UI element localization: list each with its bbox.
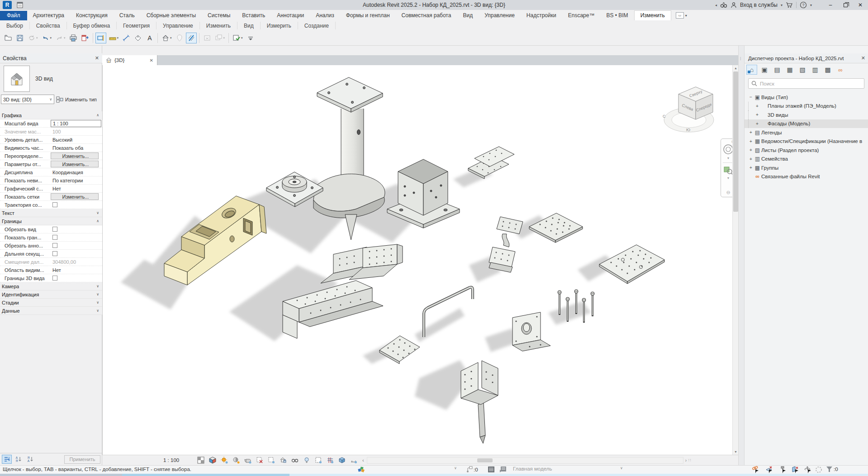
property-value[interactable]: Показать оба xyxy=(51,145,102,151)
sign-in-button[interactable]: Вход в службы xyxy=(740,2,778,8)
property-value[interactable]: Нет xyxy=(51,186,102,191)
selection-filter-icon[interactable]: :0 xyxy=(826,466,838,472)
tree-expander[interactable]: + xyxy=(754,112,760,117)
collapse-arrow-icon[interactable]: ◂ xyxy=(715,3,717,7)
tree-expander[interactable]: + xyxy=(748,130,754,135)
property-row[interactable]: Параметры от... Изменить... xyxy=(0,160,102,168)
tree-expander[interactable]: + xyxy=(754,104,760,109)
part-nail-plate-small[interactable] xyxy=(379,336,420,364)
view-tab-close-icon[interactable]: ✕ xyxy=(150,58,153,63)
tree-item[interactable]: + Планы этажей (ПЭ_Модель) xyxy=(745,102,868,111)
ribbon-panel-name[interactable]: Изменить xyxy=(200,22,237,29)
part-angle-brackets[interactable] xyxy=(321,244,403,283)
ribbon-panel-name[interactable]: Управление xyxy=(157,22,200,29)
crop-view-icon[interactable] xyxy=(254,456,266,465)
tree-expander[interactable]: + xyxy=(748,157,754,162)
section-marker-icon[interactable] xyxy=(174,33,185,43)
sort-default-icon[interactable] xyxy=(2,455,12,464)
property-row[interactable]: Уровень детал... Высокий xyxy=(0,136,102,144)
close-inactive-windows-icon[interactable] xyxy=(202,33,213,43)
property-value[interactable] xyxy=(52,276,57,281)
ribbon-panel-name[interactable]: Вид xyxy=(237,22,261,29)
section-chevron-icon[interactable]: ∨ xyxy=(96,300,99,305)
property-row[interactable]: Показать сетки Изменить... xyxy=(0,193,102,201)
tree-item[interactable]: − Виды (Тип) xyxy=(745,93,868,102)
part-twist-strap[interactable] xyxy=(489,217,523,272)
property-value[interactable]: Изменить... xyxy=(51,152,99,159)
navbar-minimize-icon[interactable]: ⊖ xyxy=(726,190,730,195)
part-reinforced-angle[interactable] xyxy=(512,312,550,351)
property-row[interactable]: Границы 3D вида xyxy=(0,274,102,282)
steering-dropdown-icon[interactable]: ▾ xyxy=(727,156,729,160)
tree-item[interactable]: + Листы (Раздел проекта) xyxy=(745,146,868,155)
browser-sheets-icon[interactable]: ▧ xyxy=(797,65,808,75)
property-row[interactable]: Показать гран... xyxy=(0,233,102,242)
part-nail-plate-large[interactable] xyxy=(599,245,664,284)
tree-expander[interactable]: + xyxy=(748,165,754,170)
property-row[interactable]: Значение мас... 100 xyxy=(0,128,102,136)
property-value[interactable] xyxy=(52,243,57,248)
model-dropdown-icon[interactable]: ∨ xyxy=(620,466,623,470)
modify-pin-icon[interactable] xyxy=(95,33,106,43)
select-links-icon[interactable] xyxy=(752,466,760,473)
3d-viewport[interactable]: С Ю Сверху Слева Спереди ⊗ ▾ ▾ ⊖ ▲ ▼ xyxy=(102,65,738,455)
sort-descending-icon[interactable]: ЯА xyxy=(25,455,35,464)
sort-ascending-icon[interactable]: АЯ xyxy=(14,455,24,464)
ribbon-tab[interactable]: Формы и генплан xyxy=(340,11,396,20)
ribbon-tab[interactable]: Надстройки xyxy=(521,11,562,20)
search-binoculars-icon[interactable] xyxy=(720,2,727,8)
scroll-up-icon[interactable]: ▲ xyxy=(733,65,738,71)
aligned-dimension-icon[interactable]: ▾ xyxy=(107,33,120,43)
viewcube[interactable]: С Ю Сверху Слева Спереди xyxy=(663,87,714,132)
property-value[interactable]: Координация xyxy=(51,170,102,175)
open-icon[interactable] xyxy=(3,33,14,43)
scroll-down-icon[interactable]: ▼ xyxy=(733,449,738,455)
search-input[interactable] xyxy=(760,81,861,86)
property-row[interactable]: Показать неви... По категории xyxy=(0,176,102,185)
help-icon[interactable]: ? xyxy=(800,1,807,9)
help-dropdown-icon[interactable]: ▾ xyxy=(810,3,812,7)
thin-lines-icon[interactable] xyxy=(186,33,197,43)
property-value[interactable]: 100 xyxy=(51,129,102,134)
section-chevron-icon[interactable]: ∧ xyxy=(96,219,99,223)
tree-item[interactable]: + 3D виды xyxy=(745,110,868,119)
tree-expander[interactable]: + xyxy=(748,148,754,152)
measure-icon[interactable] xyxy=(121,33,132,43)
print-icon[interactable] xyxy=(68,33,79,43)
property-value[interactable] xyxy=(52,251,57,256)
property-row[interactable]: Границы ∧ xyxy=(0,217,102,225)
properties-close-icon[interactable]: ✕ xyxy=(95,55,99,61)
property-row[interactable]: Обрезать вид xyxy=(0,225,102,233)
customize-qat-icon[interactable] xyxy=(245,33,256,43)
property-value[interactable]: 304800,00 xyxy=(51,259,102,265)
section-chevron-icon[interactable]: ∨ xyxy=(96,284,99,288)
visual-style-icon[interactable] xyxy=(207,456,218,465)
viewbar-collapse-icon[interactable]: ‹ xyxy=(362,457,364,463)
reveal-hidden-icon[interactable] xyxy=(301,456,313,465)
ribbon-tab[interactable]: Системы xyxy=(202,11,236,20)
drag-on-selection-icon[interactable] xyxy=(804,466,812,473)
ribbon-tab[interactable]: Совместная работа xyxy=(396,11,457,20)
worksets-dropdown-icon[interactable]: ∨ xyxy=(454,466,457,470)
ribbon-tab[interactable]: Аннотации xyxy=(271,11,310,20)
property-row[interactable]: Траектория со... xyxy=(0,201,102,209)
apply-button[interactable]: Применить xyxy=(64,455,100,464)
type-preview[interactable] xyxy=(4,66,30,92)
ribbon-tab[interactable]: Сталь xyxy=(114,11,141,20)
tree-item[interactable]: + Легенды xyxy=(745,128,868,137)
ribbon-tab[interactable]: Анализ xyxy=(310,11,340,20)
active-model-label[interactable]: Главная модель xyxy=(513,466,552,471)
property-row[interactable]: Смещение дал... 304800,00 xyxy=(0,258,102,266)
project-browser-header[interactable]: Диспетчер проекта - Набор КД_2025.rvt ✕ xyxy=(745,53,868,63)
ribbon-panel-name[interactable]: Выбор xyxy=(0,22,30,29)
ribbon-tab[interactable]: Файл xyxy=(0,11,27,20)
property-row[interactable]: Масштаб вида 1 : 100 xyxy=(0,119,102,128)
ribbon-tab[interactable]: Конструкция xyxy=(70,11,114,20)
section-chevron-icon[interactable]: ∨ xyxy=(96,292,99,296)
browser-search-box[interactable] xyxy=(748,78,864,89)
property-value[interactable] xyxy=(52,202,57,207)
sign-in-dropdown-icon[interactable]: ▾ xyxy=(781,3,783,7)
property-row[interactable]: Дальняя секущ... xyxy=(0,250,102,258)
select-underlay-icon[interactable] xyxy=(765,466,773,473)
worksharing-display-icon[interactable] xyxy=(313,456,324,465)
